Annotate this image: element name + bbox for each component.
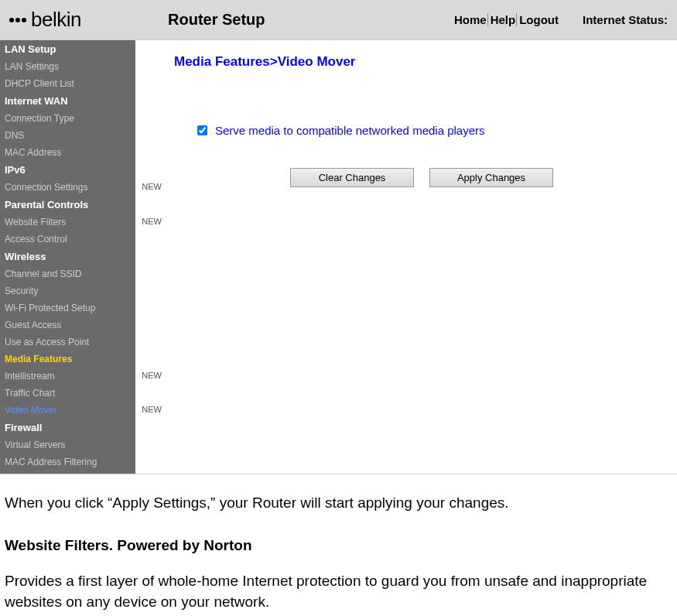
- sidebar-item-label: Firewall: [5, 422, 42, 433]
- sidebar-item-label: Access Control: [5, 234, 67, 245]
- sidebar-item-media-features[interactable]: Media Features: [0, 351, 135, 368]
- sidebar-item-security[interactable]: Security: [0, 282, 135, 299]
- sidebar-item-connection-settings[interactable]: Connection SettingsNEW: [0, 179, 135, 196]
- new-badge: NEW: [142, 217, 162, 226]
- sidebar-item-label: Wireless: [5, 251, 46, 262]
- sidebar-item-label: Connection Settings: [5, 182, 87, 193]
- serve-media-label: Serve media to compatible networked medi…: [215, 124, 485, 137]
- sidebar-item-label: Media Features: [5, 354, 72, 364]
- sidebar-item-wi-fi-protected-setup[interactable]: Wi-Fi Protected Setup: [0, 299, 135, 317]
- header-links: Home Help Logout: [453, 13, 559, 26]
- sidebar-item-dhcp-client-list[interactable]: DHCP Client List: [0, 75, 135, 92]
- sidebar-item-label: Website Filters: [5, 217, 66, 228]
- sidebar-item-lan-setup[interactable]: LAN Setup: [0, 40, 135, 58]
- sidebar-item-wireless[interactable]: Wireless: [0, 248, 135, 265]
- sidebar-item-lan-settings[interactable]: LAN Settings: [0, 58, 135, 75]
- doc-paragraph-1: When you click “Apply Settings,” your Ro…: [5, 493, 671, 514]
- page-title: Router Setup: [168, 11, 265, 29]
- button-row: Clear Changes Apply Changes: [290, 168, 669, 187]
- sidebar-item-channel-and-ssid[interactable]: Channel and SSID: [0, 265, 135, 282]
- sidebar-item-access-control[interactable]: Access Control: [0, 231, 135, 248]
- sidebar-item-guest-access[interactable]: Guest Access: [0, 317, 135, 334]
- sidebar-item-label: Channel and SSID: [5, 269, 81, 279]
- sidebar-item-ipv6[interactable]: IPv6: [0, 161, 135, 179]
- sidebar-item-website-filters[interactable]: Website FiltersNEW: [0, 214, 135, 231]
- sidebar-item-label: IPv6: [5, 164, 26, 176]
- sidebar-item-internet-wan[interactable]: Internet WAN: [0, 92, 135, 110]
- sidebar-item-video-mover[interactable]: Video MoverNEW: [0, 402, 135, 419]
- doc-paragraph-2: Provides a first layer of whole-home Int…: [5, 571, 671, 612]
- logo-text: belkin: [31, 8, 81, 32]
- sidebar-item-virtual-servers[interactable]: Virtual Servers: [0, 436, 135, 453]
- sidebar-item-traffic-chart[interactable]: Traffic Chart: [0, 385, 135, 402]
- help-link[interactable]: Help: [490, 13, 518, 26]
- sidebar-item-firewall[interactable]: Firewall: [0, 419, 135, 436]
- sidebar-item-label: Guest Access: [5, 320, 61, 330]
- serve-media-row: Serve media to compatible networked medi…: [197, 124, 669, 137]
- sidebar-item-mac-address-filtering[interactable]: MAC Address Filtering: [0, 453, 135, 471]
- sidebar-item-label: Parental Controls: [5, 199, 88, 210]
- logo: belkin: [9, 8, 152, 32]
- sidebar-item-use-as-access-point[interactable]: Use as Access Point: [0, 334, 135, 351]
- home-link[interactable]: Home: [453, 13, 488, 26]
- new-badge: NEW: [142, 182, 162, 191]
- sidebar-item-connection-type[interactable]: Connection Type: [0, 110, 135, 127]
- sidebar-item-label: MAC Address Filtering: [5, 457, 97, 467]
- sidebar-item-label: Security: [5, 286, 38, 296]
- breadcrumb: Media Features>Video Mover: [174, 54, 669, 70]
- sidebar-item-label: Use as Access Point: [5, 337, 89, 347]
- internet-status-label: Internet Status:: [583, 13, 668, 26]
- sidebar-item-label: DNS: [5, 130, 24, 141]
- sidebar-item-intellistream[interactable]: IntellistreamNEW: [0, 368, 135, 385]
- logout-link[interactable]: Logout: [518, 13, 559, 26]
- serve-media-checkbox[interactable]: [197, 125, 207, 135]
- doc-heading: Website Filters. Powered by Norton: [5, 536, 671, 556]
- new-badge: NEW: [142, 405, 162, 414]
- sidebar: LAN SetupLAN SettingsDHCP Client ListInt…: [0, 40, 135, 474]
- clear-changes-button[interactable]: Clear Changes: [290, 168, 414, 187]
- sidebar-item-label: Video Mover: [5, 405, 56, 416]
- sidebar-item-label: MAC Address: [5, 147, 61, 158]
- sidebar-item-label: Wi-Fi Protected Setup: [5, 303, 95, 313]
- sidebar-item-parental-controls[interactable]: Parental Controls: [0, 196, 135, 214]
- sidebar-item-label: Virtual Servers: [5, 440, 65, 450]
- logo-dots-icon: [9, 18, 26, 22]
- apply-changes-button[interactable]: Apply Changes: [429, 168, 553, 187]
- sidebar-item-label: Internet WAN: [5, 95, 68, 107]
- sidebar-item-label: Intellistream: [5, 371, 55, 382]
- sidebar-item-label: LAN Setup: [5, 43, 56, 55]
- sidebar-item-label: Connection Type: [5, 113, 74, 124]
- body-wrap: LAN SetupLAN SettingsDHCP Client ListInt…: [0, 40, 677, 474]
- new-badge: NEW: [142, 371, 162, 380]
- sidebar-item-mac-address[interactable]: MAC Address: [0, 144, 135, 161]
- sidebar-item-label: LAN Settings: [5, 61, 59, 72]
- sidebar-item-label: Traffic Chart: [5, 388, 55, 399]
- doc-text: When you click “Apply Settings,” your Ro…: [0, 474, 677, 612]
- sidebar-item-dns[interactable]: DNS: [0, 127, 135, 144]
- header-bar: belkin Router Setup Home Help Logout Int…: [0, 0, 677, 40]
- sidebar-item-label: DHCP Client List: [5, 78, 74, 89]
- content-area: Media Features>Video Mover Serve media t…: [135, 40, 677, 474]
